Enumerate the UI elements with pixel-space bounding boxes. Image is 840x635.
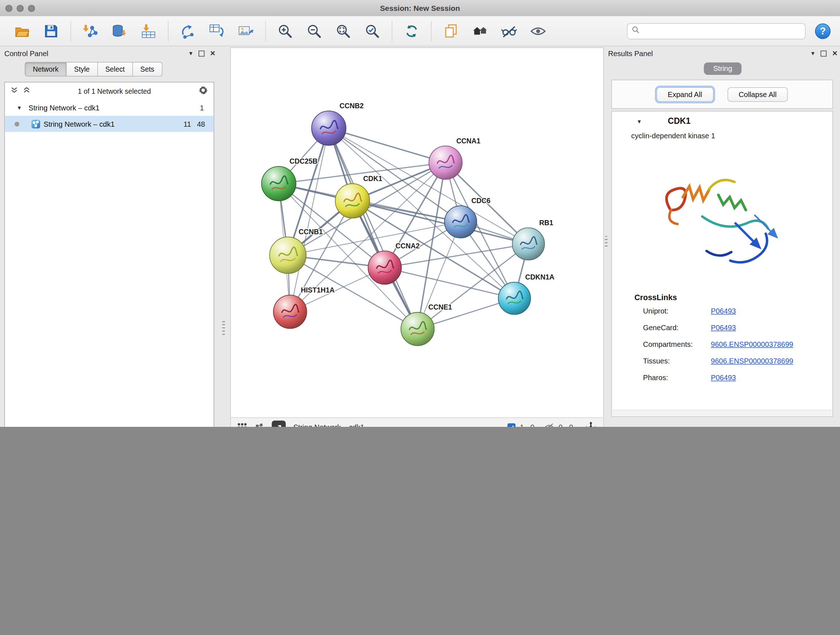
network-view-footer: String Network – cdk1 1 - 0 0 - 0	[231, 417, 603, 427]
node-label-ccna2: CCNA2	[395, 242, 420, 250]
network-node-cdkn1a[interactable]: CDKN1A	[498, 273, 554, 315]
network-edge[interactable]	[385, 268, 515, 298]
home-icon[interactable]	[470, 21, 490, 41]
disclosure-triangle-icon[interactable]: ▼	[17, 105, 25, 111]
zoom-fit-icon[interactable]	[333, 21, 353, 41]
zoom-out-icon[interactable]	[305, 21, 324, 41]
network-edge-count: 48	[191, 120, 205, 128]
open-in-new-window-icon[interactable]	[272, 420, 286, 427]
tab-style[interactable]: Style	[66, 62, 98, 76]
network-list-box: 1 of 1 Network selected ▼ String Network…	[4, 82, 214, 427]
toolbar-search-field[interactable]	[627, 23, 806, 39]
svg-text:?: ?	[820, 25, 826, 36]
network-row[interactable]: String Network – cdk1 11 48	[5, 116, 213, 132]
open-session-icon[interactable]	[12, 21, 32, 41]
hidden-count: 0 - 0	[559, 423, 573, 427]
network-row-label: String Network – cdk1	[43, 120, 114, 128]
node-label-cdk1: CDK1	[363, 175, 382, 182]
gene-description: cyclin-dependent kinase 1	[631, 132, 832, 140]
control-panel-tabs: Network Style Select Sets	[25, 62, 215, 76]
duplicate-page-icon[interactable]	[441, 21, 461, 41]
import-network-from-file-icon[interactable]	[81, 21, 100, 41]
gene-name: CDK1	[668, 116, 691, 126]
network-collection-count: 1	[200, 103, 204, 111]
tab-network[interactable]: Network	[25, 62, 66, 76]
zoom-selected-icon[interactable]	[363, 21, 382, 41]
panel-float-icon[interactable]	[821, 50, 826, 56]
uniprot-link[interactable]: P06493	[711, 307, 736, 315]
network-view-title: String Network – cdk1	[294, 423, 364, 427]
network-edge[interactable]	[290, 128, 329, 312]
panel-resize-handle[interactable]	[605, 236, 607, 248]
search-input[interactable]	[643, 27, 801, 35]
node-label-hist1h1a: HIST1H1A	[301, 287, 335, 294]
network-collection-row[interactable]: ▼ String Network – cdk1 1	[5, 100, 213, 116]
genecard-link[interactable]: P06493	[711, 324, 736, 332]
results-tab-string[interactable]: String	[704, 63, 741, 75]
network-options-gear-icon[interactable]	[198, 85, 208, 97]
compartments-link[interactable]: 9606.ENSP00000378699	[711, 340, 793, 348]
node-label-ccna1: CCNA1	[456, 137, 480, 145]
birds-eye-crosshair-icon[interactable]	[585, 421, 597, 427]
pharos-link[interactable]: P06493	[711, 374, 736, 382]
export-image-icon[interactable]	[236, 21, 256, 41]
import-network-from-database-icon[interactable]	[110, 21, 129, 41]
network-node-hist1h1a[interactable]: HIST1H1A	[273, 287, 335, 329]
expand-all-networks-icon[interactable]	[10, 86, 18, 96]
panel-menu-icon[interactable]: ▾	[189, 50, 193, 57]
results-panel-title: Results Panel	[608, 49, 653, 57]
node-label-cdc25b: CDC25B	[289, 157, 317, 165]
panel-resize-handle[interactable]	[222, 321, 225, 336]
network-selection-summary: 1 of 1 Network selected	[31, 87, 198, 95]
panel-close-icon[interactable]: ×	[210, 51, 215, 56]
network-node-cdc25b[interactable]: CDC25B	[262, 157, 317, 201]
new-network-from-table-icon[interactable]	[207, 21, 227, 41]
help-icon[interactable]: ?	[813, 21, 833, 41]
network-edge[interactable]	[329, 128, 446, 163]
crosslink-label: Tissues:	[643, 357, 711, 365]
expand-all-button[interactable]: Expand All	[656, 87, 713, 101]
hidden-count-eye-slash-icon[interactable]	[544, 422, 554, 427]
collapse-all-button[interactable]: Collapse All	[728, 87, 788, 101]
toolbar-separator	[392, 21, 392, 41]
panel-close-icon[interactable]: ×	[832, 51, 837, 56]
refresh-icon[interactable]	[402, 21, 422, 41]
share-network-icon[interactable]	[255, 423, 264, 427]
hide-selection-glasses-icon[interactable]	[499, 21, 519, 41]
crosslink-label: Compartments:	[643, 340, 711, 348]
network-node-cdc6[interactable]: CDC6	[445, 197, 491, 238]
entry-disclosure-icon[interactable]: ▼	[637, 119, 645, 124]
show-selection-eye-icon[interactable]	[529, 21, 548, 41]
node-label-rb1: RB1	[539, 219, 553, 226]
control-panel-title: Control Panel	[4, 49, 49, 57]
protein-structure-image	[655, 146, 789, 286]
new-network-icon[interactable]	[178, 21, 197, 41]
tab-sets[interactable]: Sets	[133, 62, 163, 76]
crosslinks-heading: CrossLinks	[635, 293, 832, 302]
zoom-in-icon[interactable]	[276, 21, 295, 41]
network-current-indicator	[14, 121, 19, 126]
crosslink-label: Uniprot:	[643, 307, 711, 315]
save-session-icon[interactable]	[42, 21, 61, 41]
network-node-ccnb2[interactable]: CCNB2	[311, 102, 363, 146]
network-node-cdk1[interactable]: CDK1	[335, 175, 382, 218]
network-canvas[interactable]: CCNB2CCNA1CDC25BCDK1CDC6RB1CCNB1CCNA2CDK…	[231, 48, 603, 417]
network-node-ccna1[interactable]: CCNA1	[429, 137, 481, 180]
panel-float-icon[interactable]	[198, 50, 204, 56]
grid-view-icon[interactable]	[237, 423, 247, 427]
toolbar-separator	[431, 21, 431, 41]
search-icon	[632, 26, 639, 36]
network-collection-label: String Network – cdk1	[28, 103, 99, 111]
main-toolbar: ?	[0, 16, 840, 46]
panel-menu-icon[interactable]: ▾	[812, 50, 815, 57]
results-horizontal-scrollbar[interactable]	[613, 410, 832, 416]
import-table-from-file-icon[interactable]	[139, 21, 158, 41]
network-edge[interactable]	[329, 128, 417, 329]
tab-select[interactable]: Select	[98, 62, 133, 76]
collapse-all-networks-icon[interactable]	[22, 86, 30, 96]
network-node-rb1[interactable]: RB1	[512, 219, 553, 260]
title-bar: Session: New Session	[0, 0, 840, 17]
selected-count-checkbox-icon[interactable]	[508, 423, 515, 427]
node-label-ccnb2: CCNB2	[340, 102, 364, 110]
tissues-link[interactable]: 9606.ENSP00000378699	[711, 357, 793, 365]
